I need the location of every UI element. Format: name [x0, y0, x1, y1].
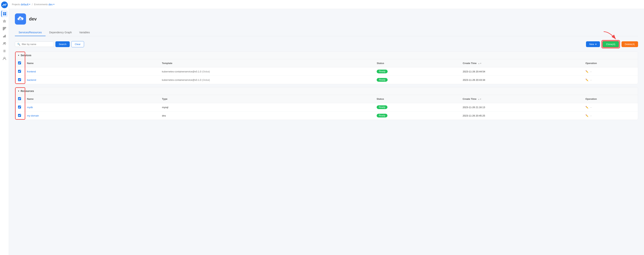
sidebar-item-starred[interactable] [1, 18, 8, 25]
delete-button[interactable]: Delete(4) [622, 41, 638, 47]
services-row1-time: 2023-11-26 20:44:54 [460, 67, 582, 76]
services-row1-op: ✏️ ··· [582, 67, 638, 76]
svg-rect-24 [20, 18, 21, 19]
resources-col-op: Operation [582, 95, 638, 103]
services-section-header[interactable]: ▾ Services [15, 52, 638, 59]
resources-row2-type: dns [159, 112, 374, 120]
table-row: frontend kubernetes-containerservice@v0.… [15, 67, 638, 76]
table-row: mydb mysql Ready 2023-11-26 21:16:13 ✏️ … [15, 103, 638, 112]
svg-point-19 [4, 51, 5, 52]
toolbar: 🔍 Search Clear [15, 40, 638, 48]
sidebar [0, 0, 9, 255]
more-icon[interactable]: ··· [590, 70, 592, 73]
resources-col-time: Create Time ▲▼ [460, 95, 582, 103]
services-row2-status: Ready [374, 76, 460, 84]
svg-rect-9 [4, 27, 5, 28]
resources-col-type: Type [159, 95, 374, 103]
sidebar-item-grid[interactable] [1, 11, 8, 17]
services-title: Services [21, 54, 32, 57]
svg-rect-12 [4, 28, 5, 29]
sidebar-item-user[interactable] [1, 55, 8, 62]
services-row1-template: kubernetes-containerservice@v0.1.0 (Glob… [159, 67, 374, 76]
clone-button[interactable]: Clone(4) [602, 41, 619, 48]
environments-dropdown[interactable]: dev ▾ [48, 3, 55, 6]
new-button[interactable]: New ▾ [586, 41, 600, 47]
resources-table: Name Type Status Create Time ▲▼ [15, 95, 638, 120]
frontend-link[interactable]: frontend [27, 70, 36, 73]
resources-select-all-checkbox[interactable] [18, 97, 21, 100]
main-content: dev Services/Resources Dependency Graph … [9, 9, 644, 255]
services-row2-time: 2023-11-26 20:43:34 [460, 76, 582, 84]
services-col-template: Template [159, 59, 374, 67]
env-icon [15, 14, 26, 25]
edit-icon[interactable]: ✏️ [586, 79, 588, 81]
status-badge: Ready [377, 114, 388, 117]
svg-point-18 [5, 43, 6, 43]
services-row1-checkbox[interactable] [18, 70, 21, 73]
svg-rect-11 [3, 28, 4, 29]
search-input[interactable] [22, 43, 52, 46]
clear-button[interactable]: Clear [71, 41, 84, 47]
services-row2-checkbox[interactable] [18, 78, 21, 81]
resources-row1-status: Ready [374, 103, 460, 112]
edit-icon[interactable]: ✏️ [586, 106, 588, 109]
my-domain-link[interactable]: my-domain [27, 114, 39, 117]
svg-rect-7 [5, 14, 6, 15]
status-badge: Ready [377, 105, 388, 109]
resources-row2-name: my-domain [24, 112, 159, 120]
sidebar-item-apps[interactable] [1, 25, 8, 32]
tab-services-resources[interactable]: Services/Resources [15, 29, 46, 36]
projects-chevron-icon: ▾ [29, 3, 30, 6]
table-row: my-domain dns Ready 2023-11-26 20:45:25 … [15, 112, 638, 120]
edit-icon[interactable]: ✏️ [586, 70, 588, 73]
svg-rect-22 [19, 19, 20, 20]
sidebar-item-settings[interactable] [1, 48, 8, 54]
resources-time-sort-icon: ▲▼ [478, 98, 482, 100]
tab-dependency-graph[interactable]: Dependency Graph [46, 29, 76, 36]
resources-row1-time: 2023-11-26 21:16:13 [460, 103, 582, 112]
more-icon[interactable]: ··· [590, 106, 592, 109]
services-row2-name: backend [24, 76, 159, 84]
resources-row1-name: mydb [24, 103, 159, 112]
sidebar-item-chart[interactable] [1, 33, 8, 40]
table-row: backend kubernetes-containerservice@v0.1… [15, 76, 638, 84]
tabs-bar: Services/Resources Dependency Graph Vari… [15, 29, 638, 36]
search-button[interactable]: Search [56, 41, 70, 47]
backend-link[interactable]: backend [27, 79, 36, 81]
more-icon[interactable]: ··· [590, 79, 592, 81]
services-row1-status: Ready [374, 67, 460, 76]
edit-icon[interactable]: ✏️ [586, 114, 588, 117]
topbar-separator: / [32, 3, 32, 6]
app-logo[interactable] [1, 2, 8, 8]
resources-title: Resources [21, 90, 34, 93]
services-select-all-checkbox[interactable] [18, 61, 21, 64]
svg-rect-16 [5, 35, 6, 38]
svg-rect-8 [3, 27, 4, 28]
resources-col-name: Name [24, 95, 159, 103]
projects-dropdown[interactable]: default ▾ [21, 3, 30, 6]
environments-label: Environments [34, 3, 48, 6]
services-col-check [15, 59, 24, 67]
resources-row1-checkbox[interactable] [18, 106, 21, 109]
svg-rect-10 [5, 27, 6, 28]
search-box: 🔍 [15, 42, 54, 47]
services-row2-op: ✏️ ··· [582, 76, 638, 84]
svg-point-1 [2, 5, 3, 6]
services-col-time: Create Time ▲▼ [460, 59, 582, 67]
status-badge: Ready [377, 70, 388, 73]
mydb-link[interactable]: mydb [27, 106, 33, 109]
resources-col-check [15, 95, 24, 103]
more-icon[interactable]: ··· [590, 114, 592, 117]
resources-row1-op: ✏️ ··· [582, 103, 638, 112]
status-badge: Ready [377, 78, 388, 82]
resources-section-header[interactable]: ▾ Resources [15, 87, 638, 95]
topbar: Projects default ▾ / Environments dev ▾ [9, 0, 644, 9]
tab-variables[interactable]: Variables [76, 29, 94, 36]
clone-button-wrapper: Clone(4) [602, 40, 620, 48]
sidebar-item-team[interactable] [1, 40, 8, 47]
resources-row2-checkbox[interactable] [18, 114, 21, 117]
svg-rect-15 [4, 36, 5, 38]
services-time-sort-icon: ▲▼ [478, 63, 482, 64]
projects-label: Projects [12, 3, 20, 6]
new-chevron-icon: ▾ [595, 43, 596, 46]
